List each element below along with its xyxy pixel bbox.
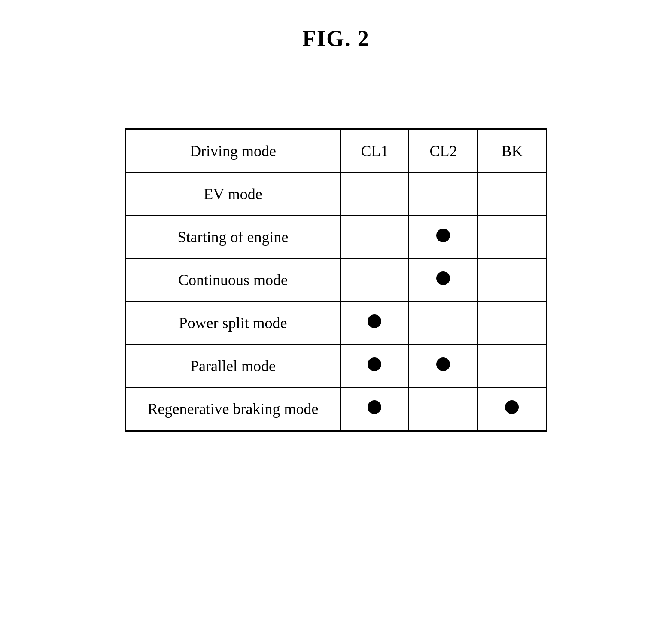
dot-cl2 [436,357,450,371]
row-3-bk [477,302,546,344]
figure-title: FIG. 2 [302,26,369,51]
row-3-label: Power split mode [126,302,341,344]
table-row: Starting of engine [126,216,547,259]
header-cl1: CL1 [340,130,409,173]
table-row: EV mode [126,173,547,216]
row-5-cl1 [340,387,409,430]
dot-cl1 [368,357,381,371]
dot-bk [505,400,519,414]
table-container: Driving mode CL1 CL2 BK EV modeStarting … [125,128,548,432]
row-3-cl2 [409,302,477,344]
row-2-label: Continuous mode [126,259,341,302]
header-driving-mode: Driving mode [126,130,341,173]
header-bk: BK [477,130,546,173]
header-cl2: CL2 [409,130,477,173]
dot-cl1 [368,400,381,414]
row-0-cl1 [340,173,409,216]
row-5-bk [477,387,546,430]
row-1-label: Starting of engine [126,216,341,259]
row-4-cl1 [340,344,409,387]
row-4-label: Parallel mode [126,344,341,387]
row-0-bk [477,173,546,216]
driving-mode-table: Driving mode CL1 CL2 BK EV modeStarting … [125,129,547,431]
row-3-cl1 [340,302,409,344]
table-row: Regenerative braking mode [126,387,547,430]
row-2-cl2 [409,259,477,302]
row-5-cl2 [409,387,477,430]
dot-cl2 [436,229,450,242]
row-0-label: EV mode [126,173,341,216]
row-4-cl2 [409,344,477,387]
row-5-label: Regenerative braking mode [126,387,341,430]
row-1-bk [477,216,546,259]
dot-cl2 [436,271,450,285]
row-0-cl2 [409,173,477,216]
row-1-cl2 [409,216,477,259]
table-row: Parallel mode [126,344,547,387]
row-4-bk [477,344,546,387]
row-1-cl1 [340,216,409,259]
dot-cl1 [368,314,381,328]
table-row: Continuous mode [126,259,547,302]
table-row: Power split mode [126,302,547,344]
table-header-row: Driving mode CL1 CL2 BK [126,130,547,173]
row-2-bk [477,259,546,302]
row-2-cl1 [340,259,409,302]
